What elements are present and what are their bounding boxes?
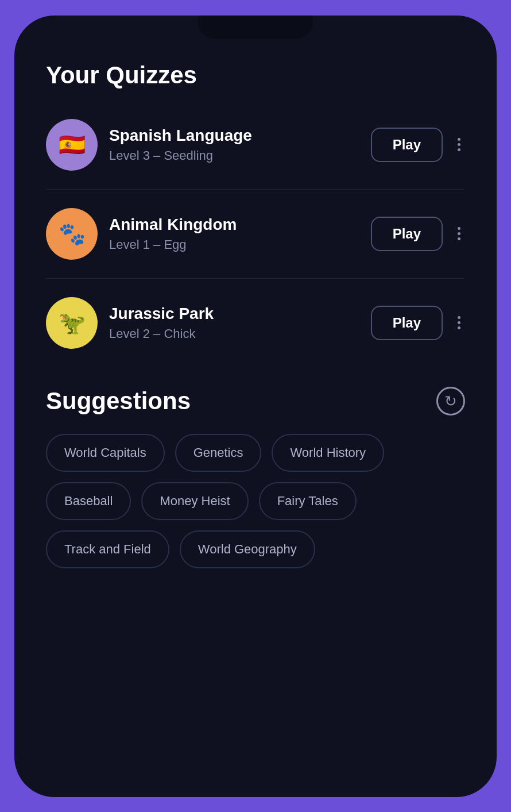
dot — [458, 227, 460, 230]
divider — [46, 278, 465, 279]
quiz-icon-animal: 🐾 — [46, 208, 98, 260]
quiz-name-spanish: Spanish Language — [109, 126, 359, 145]
suggestions-header: Suggestions — [46, 387, 465, 415]
quiz-info-animal: Animal Kingdom Level 1 – Egg — [109, 215, 359, 252]
quiz-icon-spanish: 🇪🇸 — [46, 119, 98, 171]
more-button-spanish[interactable] — [453, 133, 465, 156]
dot — [458, 316, 460, 319]
quiz-actions-spanish: Play — [371, 128, 465, 162]
suggestions-title: Suggestions — [46, 387, 191, 415]
content: Your Quizzes 🇪🇸 Spanish Language Level 3… — [14, 16, 497, 797]
quiz-list: 🇪🇸 Spanish Language Level 3 – Seedling P… — [46, 110, 465, 358]
dot — [458, 148, 460, 151]
suggestion-chip-world-geography[interactable]: World Geography — [180, 530, 315, 568]
quiz-info-jurassic: Jurassic Park Level 2 – Chick — [109, 305, 359, 341]
dot — [458, 143, 460, 146]
suggestion-chip-fairy-tales[interactable]: Fairy Tales — [259, 482, 357, 520]
quiz-level-animal: Level 1 – Egg — [109, 237, 359, 252]
more-button-jurassic[interactable] — [453, 311, 465, 334]
quiz-item-animal: 🐾 Animal Kingdom Level 1 – Egg Play — [46, 199, 465, 269]
suggestion-chip-genetics[interactable]: Genetics — [175, 434, 262, 472]
quiz-level-jurassic: Level 2 – Chick — [109, 326, 359, 341]
suggestion-chip-world-history[interactable]: World History — [272, 434, 384, 472]
play-button-spanish[interactable]: Play — [371, 128, 443, 162]
dot — [458, 232, 460, 235]
dot — [458, 326, 460, 329]
dot — [458, 237, 460, 240]
phone-screen: Your Quizzes 🇪🇸 Spanish Language Level 3… — [14, 16, 497, 797]
page-title: Your Quizzes — [46, 61, 465, 89]
suggestion-chip-baseball[interactable]: Baseball — [46, 482, 131, 520]
suggestion-chip-track-and-field[interactable]: Track and Field — [46, 530, 169, 568]
more-button-animal[interactable] — [453, 222, 465, 245]
quiz-item-jurassic: 🦖 Jurassic Park Level 2 – Chick Play — [46, 288, 465, 358]
suggestions-grid: World Capitals Genetics World History Ba… — [46, 434, 465, 568]
quiz-icon-jurassic: 🦖 — [46, 297, 98, 349]
dot — [458, 138, 460, 141]
quiz-info-spanish: Spanish Language Level 3 – Seedling — [109, 126, 359, 163]
play-button-jurassic[interactable]: Play — [371, 306, 443, 340]
quiz-level-spanish: Level 3 – Seedling — [109, 148, 359, 163]
notch — [198, 16, 313, 39]
play-button-animal[interactable]: Play — [371, 217, 443, 251]
phone-frame: Your Quizzes 🇪🇸 Spanish Language Level 3… — [0, 0, 511, 812]
quiz-actions-animal: Play — [371, 217, 465, 251]
dot — [458, 321, 460, 324]
refresh-icon[interactable] — [436, 387, 465, 415]
quiz-actions-jurassic: Play — [371, 306, 465, 340]
suggestion-chip-world-capitals[interactable]: World Capitals — [46, 434, 165, 472]
quiz-name-jurassic: Jurassic Park — [109, 305, 359, 323]
quiz-item-spanish: 🇪🇸 Spanish Language Level 3 – Seedling P… — [46, 110, 465, 180]
divider — [46, 189, 465, 190]
suggestion-chip-money-heist[interactable]: Money Heist — [141, 482, 248, 520]
quiz-name-animal: Animal Kingdom — [109, 215, 359, 234]
